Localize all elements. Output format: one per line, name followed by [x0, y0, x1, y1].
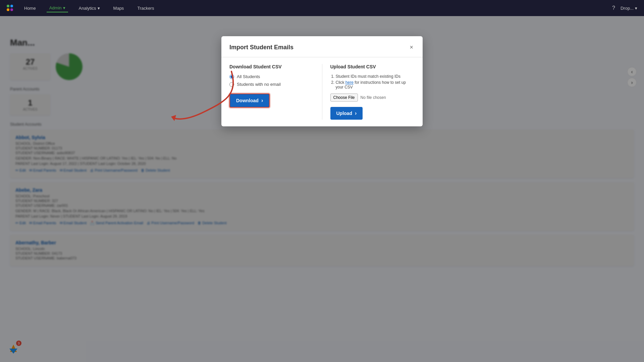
choose-file-button[interactable]: Choose File: [330, 94, 358, 102]
radio-no-email-label: Students with no email: [237, 82, 281, 87]
modal-body: Download Student CSV All Students Studen…: [221, 57, 423, 126]
user-dropdown[interactable]: Drop... ▾: [621, 6, 637, 11]
modal-title: Import Student Emails: [229, 44, 293, 51]
radio-group-students: All Students Students with no email: [229, 74, 314, 87]
logo-dot-2: [10, 5, 13, 7]
user-chevron-down-icon: ▾: [635, 6, 637, 11]
top-navigation-bar: Home Admin ▾ Analytics ▾ Maps Trackers ?…: [0, 0, 644, 16]
upload-button[interactable]: Upload ›: [330, 107, 363, 120]
download-panel: Download Student CSV All Students Studen…: [221, 64, 322, 120]
file-name-label: No file chosen: [361, 95, 386, 100]
topbar-right: ? Drop... ▾: [612, 5, 637, 11]
logo-dot-4: [10, 8, 13, 11]
upload-button-label: Upload: [336, 111, 352, 116]
logo-dot-3: [7, 8, 9, 11]
file-input-row: Choose File No file chosen: [330, 94, 415, 102]
radio-no-email-input[interactable]: [229, 82, 234, 87]
nav-home[interactable]: Home: [21, 4, 39, 12]
logo-dots-icon: [7, 5, 13, 11]
instruction-1: Student IDs must match existing IDs: [336, 74, 415, 79]
modal-close-button[interactable]: ×: [408, 43, 415, 52]
radio-all-students[interactable]: All Students: [229, 74, 314, 79]
upload-arrow-icon: ›: [355, 110, 357, 116]
download-panel-title: Download Student CSV: [229, 64, 314, 69]
help-icon[interactable]: ?: [612, 5, 615, 11]
upload-instructions: Student IDs must match existing IDs Clic…: [330, 74, 415, 89]
modal-overlay[interactable]: Import Student Emails × Download Student…: [0, 16, 644, 362]
radio-all-students-label: All Students: [237, 74, 260, 79]
nav-admin[interactable]: Admin ▾: [47, 4, 68, 12]
logo-dot-1: [7, 5, 9, 7]
admin-chevron-down-icon: ▾: [63, 5, 65, 10]
nav-maps[interactable]: Maps: [111, 4, 127, 12]
download-button-label: Download: [236, 98, 259, 103]
svg-marker-0: [171, 115, 176, 121]
upload-panel: Upload Student CSV Student IDs must matc…: [322, 64, 423, 120]
radio-no-email-students[interactable]: Students with no email: [229, 82, 314, 87]
import-student-emails-modal: Import Student Emails × Download Student…: [221, 36, 423, 126]
analytics-chevron-down-icon: ▾: [98, 6, 100, 11]
download-button[interactable]: Download ›: [229, 94, 270, 108]
instruction-2: Click here for instructions how to set u…: [336, 80, 415, 89]
nav-trackers[interactable]: Trackers: [135, 4, 157, 12]
instructions-link[interactable]: here: [345, 80, 354, 85]
radio-all-students-input[interactable]: [229, 74, 234, 79]
upload-panel-title: Upload Student CSV: [330, 64, 415, 69]
modal-header: Import Student Emails ×: [221, 36, 423, 57]
app-logo[interactable]: [7, 5, 13, 11]
nav-analytics[interactable]: Analytics ▾: [76, 4, 103, 12]
download-arrow-icon: ›: [261, 98, 263, 104]
